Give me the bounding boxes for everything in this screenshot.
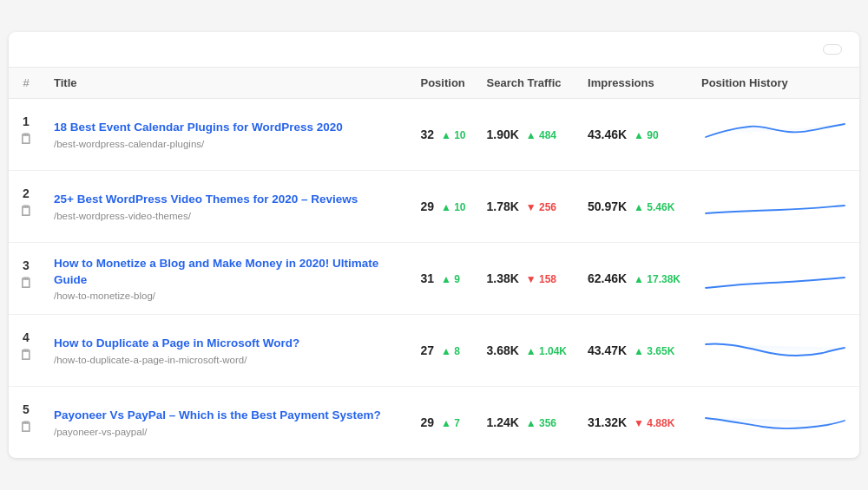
card-header [9,32,859,68]
table-row: 3🗒 How to Monetize a Blog and Make Money… [9,243,859,315]
title-cell: How to Duplicate a Page in Microsoft Wor… [43,315,410,387]
rank-number: 5 [23,402,30,416]
document-icon: 🗒 [19,204,33,219]
position-cell: 31 9 [410,243,476,315]
more-options-button[interactable] [823,44,842,55]
history-cell [691,243,859,315]
post-url: /best-wordpress-video-themes/ [54,211,399,221]
post-title-link[interactable]: 18 Best Event Calendar Plugins for WordP… [54,120,399,136]
table-row: 2🗒 25+ Best WordPress Video Themes for 2… [9,171,859,243]
rank-cell: 5🗒 [9,387,43,459]
impressions-value: 50.97K [588,199,627,213]
post-title-link[interactable]: 25+ Best WordPress Video Themes for 2020… [54,192,399,208]
rank-number: 4 [23,330,30,344]
impressions-delta: 5.46K [634,201,674,213]
traffic-cell: 3.68K 1.04K [477,315,578,387]
post-title-link[interactable]: How to Monetize a Blog and Make Money in… [54,256,399,289]
impressions-cell: 50.97K 5.46K [577,171,691,243]
traffic-delta: 356 [526,417,556,429]
impressions-delta: 3.65K [634,345,674,357]
traffic-cell: 1.38K 158 [477,243,578,315]
document-icon: 🗒 [19,348,33,363]
table-row: 4🗒 How to Duplicate a Page in Microsoft … [9,315,859,387]
position-value: 31 [420,271,434,285]
rank-number: 1 [23,114,30,128]
impressions-cell: 62.46K 17.38K [577,243,691,315]
traffic-value: 1.78K [487,199,519,213]
traffic-delta: 484 [526,129,556,141]
sparkline-chart [701,255,849,298]
document-icon: 🗒 [19,420,33,435]
history-cell [691,315,859,387]
impressions-value: 43.46K [588,127,627,141]
sparkline-chart [701,111,849,154]
impressions-cell: 31.32K 4.88K [577,387,691,459]
history-cell [691,387,859,459]
traffic-cell: 1.90K 484 [477,99,578,171]
traffic-delta: 158 [526,273,556,285]
traffic-delta: 256 [526,201,556,213]
post-url: /best-wordpress-calendar-plugins/ [54,139,399,149]
table-row: 5🗒 Payoneer Vs PayPal – Which is the Bes… [9,387,859,459]
position-delta: 8 [441,345,460,357]
rank-number: 3 [23,258,30,272]
sparkline-chart [701,327,849,370]
top-winning-posts-card: # Title Position Search Traffic Impressi… [9,32,859,458]
col-traffic: Search Traffic [477,68,578,99]
impressions-value: 31.32K [588,415,627,429]
traffic-value: 3.68K [487,343,519,357]
traffic-value: 1.24K [487,415,519,429]
position-value: 29 [420,415,434,429]
traffic-delta: 1.04K [526,345,567,357]
title-cell: 25+ Best WordPress Video Themes for 2020… [43,171,410,243]
position-cell: 27 8 [410,315,476,387]
post-title-link[interactable]: Payoneer Vs PayPal – Which is the Best P… [54,408,399,424]
rank-cell: 1🗒 [9,99,43,171]
col-impressions: Impressions [577,68,691,99]
position-delta: 10 [441,129,466,141]
impressions-value: 62.46K [588,271,627,285]
position-value: 32 [420,127,434,141]
traffic-cell: 1.78K 256 [477,171,578,243]
position-cell: 32 10 [410,99,476,171]
position-value: 29 [420,199,434,213]
position-delta: 10 [441,201,466,213]
col-history: Position History [691,68,859,99]
impressions-value: 43.47K [588,343,627,357]
col-rank: # [9,68,43,99]
document-icon: 🗒 [19,132,33,147]
history-cell [691,99,859,171]
title-cell: How to Monetize a Blog and Make Money in… [43,243,410,315]
post-url: /how-to-duplicate-a-page-in-microsoft-wo… [54,355,399,365]
position-delta: 9 [441,273,460,285]
rank-cell: 3🗒 [9,243,43,315]
position-delta: 7 [441,417,460,429]
table-header: # Title Position Search Traffic Impressi… [9,68,859,99]
position-cell: 29 7 [410,387,476,459]
traffic-value: 1.90K [487,127,519,141]
col-position: Position [410,68,476,99]
position-value: 27 [420,343,434,357]
traffic-value: 1.38K [487,271,519,285]
rank-cell: 4🗒 [9,315,43,387]
table-body: 1🗒 18 Best Event Calendar Plugins for Wo… [9,99,859,459]
document-icon: 🗒 [19,276,33,291]
position-cell: 29 10 [410,171,476,243]
post-url: /how-to-monetize-blog/ [54,291,399,301]
posts-table: # Title Position Search Traffic Impressi… [9,68,859,458]
impressions-delta: 4.88K [634,417,674,429]
rank-cell: 2🗒 [9,171,43,243]
impressions-cell: 43.46K 90 [577,99,691,171]
sparkline-chart [701,399,849,442]
impressions-delta: 90 [634,129,659,141]
sparkline-chart [701,183,849,226]
rank-number: 2 [23,186,30,200]
table-row: 1🗒 18 Best Event Calendar Plugins for Wo… [9,99,859,171]
col-title: Title [43,68,410,99]
traffic-cell: 1.24K 356 [477,387,578,459]
impressions-cell: 43.47K 3.65K [577,315,691,387]
title-cell: Payoneer Vs PayPal – Which is the Best P… [43,387,410,459]
title-cell: 18 Best Event Calendar Plugins for WordP… [43,99,410,171]
history-cell [691,171,859,243]
post-title-link[interactable]: How to Duplicate a Page in Microsoft Wor… [54,336,399,352]
